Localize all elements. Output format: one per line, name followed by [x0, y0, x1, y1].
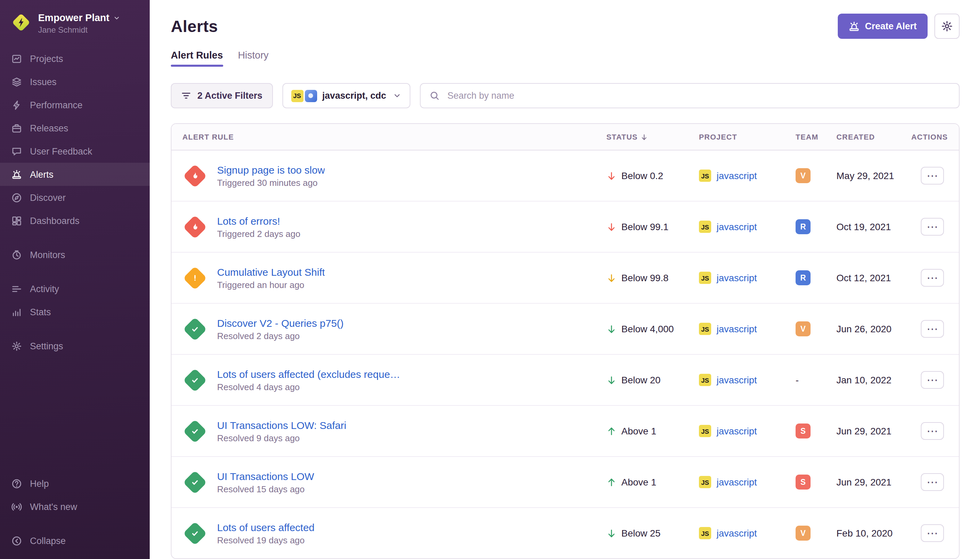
project-link[interactable]: javascript [717, 528, 757, 539]
sidebar-item-settings[interactable]: Settings [0, 334, 150, 357]
column-header-status[interactable]: Status [606, 133, 699, 141]
row-actions-button[interactable]: ⋯ [921, 269, 944, 287]
row-actions-button[interactable]: ⋯ [921, 218, 944, 236]
row-actions-button[interactable]: ⋯ [921, 524, 944, 542]
performance-icon [11, 99, 22, 110]
column-header-actions[interactable]: Actions [911, 133, 959, 141]
alert-rule-link[interactable]: Lots of users affected [217, 521, 314, 533]
project-selector[interactable]: JS javascript, cdc [282, 83, 411, 108]
javascript-platform-icon: JS [699, 476, 711, 488]
alert-rule-cell: Lots of users affected (excludes reque…R… [172, 367, 606, 392]
sidebar-item-label: Projects [30, 53, 63, 64]
project-link[interactable]: javascript [717, 425, 757, 437]
alert-rule-link[interactable]: UI Transactions LOW: Safari [217, 419, 346, 431]
project-cell: JSjavascript [699, 323, 795, 335]
settings-button[interactable] [934, 13, 960, 39]
sidebar-item-user-feedback[interactable]: User Feedback [0, 140, 150, 163]
project-link[interactable]: javascript [717, 476, 757, 488]
team-cell: V [795, 168, 836, 183]
alert-rule-link[interactable]: Lots of users affected (excludes reque… [217, 368, 400, 380]
create-alert-button[interactable]: Create Alert [838, 13, 927, 39]
status-text: Above 1 [621, 425, 657, 437]
collapse-icon [11, 535, 22, 546]
alert-rule-subtext: Resolved 9 days ago [217, 433, 346, 443]
column-header-label: Actions [911, 133, 948, 141]
team-badge[interactable]: R [795, 270, 810, 285]
alert-rule-link[interactable]: Discover V2 - Queries p75() [217, 317, 344, 329]
alert-rule-link[interactable]: Signup page is too slow [217, 164, 325, 175]
sidebar-item-monitors[interactable]: Monitors [0, 243, 150, 266]
project-link[interactable]: javascript [717, 170, 757, 181]
actions-cell: ⋯ [911, 320, 959, 338]
alert-rule-row: Lots of users affected (excludes reque…R… [172, 355, 959, 406]
project-cell: JSjavascript [699, 527, 795, 539]
header-actions: Create Alert [838, 13, 960, 39]
column-header-label: Project [699, 133, 737, 141]
alert-rule-link[interactable]: Cumulative Layout Shift [217, 266, 325, 278]
project-link[interactable]: javascript [717, 272, 757, 283]
projects-icon [11, 53, 22, 64]
search-input[interactable] [446, 90, 950, 101]
actions-cell: ⋯ [911, 524, 959, 542]
sidebar-item-dashboards[interactable]: Dashboards [0, 209, 150, 232]
team-badge[interactable]: S [795, 475, 810, 490]
column-header-team[interactable]: Team [795, 133, 836, 141]
sidebar-item-projects[interactable]: Projects [0, 47, 150, 70]
sidebar-item-alerts[interactable]: Alerts [0, 163, 150, 186]
alert-severity-warning [182, 265, 208, 290]
alert-rule-link[interactable]: Lots of errors! [217, 215, 300, 227]
project-link[interactable]: javascript [717, 374, 757, 385]
status-text: Below 99.1 [621, 221, 669, 232]
tab-alert-rules[interactable]: Alert Rules [171, 50, 223, 67]
search-box [420, 83, 960, 108]
team-badge[interactable]: V [795, 168, 810, 183]
team-badge[interactable]: R [795, 219, 810, 234]
status-text: Below 0.2 [621, 170, 663, 181]
sidebar-item-collapse[interactable]: Collapse [0, 529, 150, 552]
project-link[interactable]: javascript [717, 323, 757, 334]
alert-rule-link[interactable]: UI Transactions LOW [217, 470, 314, 482]
search-icon [430, 91, 440, 101]
alert-rule-subtext: Resolved 15 days ago [217, 484, 314, 494]
sidebar-item-issues[interactable]: Issues [0, 70, 150, 93]
team-badge[interactable]: S [795, 423, 810, 438]
sidebar-item-discover[interactable]: Discover [0, 186, 150, 209]
column-header-project[interactable]: Project [699, 133, 795, 141]
cdc-platform-icon [305, 89, 317, 102]
actions-cell: ⋯ [911, 371, 959, 389]
row-actions-button[interactable]: ⋯ [921, 167, 944, 185]
sidebar-item-what-s-new[interactable]: What's new [0, 495, 150, 518]
activity-icon [11, 283, 22, 294]
sidebar-item-activity[interactable]: Activity [0, 277, 150, 300]
sidebar-item-label: Issues [30, 77, 56, 87]
check-icon [191, 529, 200, 538]
app-window: Empower Plant Jane Schmidt ProjectsIssue… [0, 0, 980, 559]
row-actions-button[interactable]: ⋯ [921, 371, 944, 389]
project-link[interactable]: javascript [717, 221, 757, 232]
siren-icon [849, 21, 860, 31]
active-filters-button[interactable]: 2 Active Filters [171, 83, 272, 108]
created-date: Jan 10, 2022 [836, 374, 911, 385]
sidebar-item-releases[interactable]: Releases [0, 116, 150, 140]
sidebar-nav-group: ActivityStats [0, 277, 150, 323]
ellipsis-icon: ⋯ [927, 425, 938, 437]
sidebar-item-stats[interactable]: Stats [0, 300, 150, 323]
team-badge[interactable]: V [795, 526, 810, 541]
tab-label: History [238, 50, 269, 61]
org-logo-icon [11, 12, 31, 33]
column-header-created[interactable]: Created [836, 133, 911, 141]
row-actions-button[interactable]: ⋯ [921, 473, 944, 491]
status-cell: Above 1 [606, 476, 699, 488]
sidebar-item-performance[interactable]: Performance [0, 93, 150, 116]
team-cell: R [795, 219, 836, 234]
tab-history[interactable]: History [238, 50, 269, 67]
org-switcher[interactable]: Empower Plant Jane Schmidt [0, 8, 150, 38]
alert-rule-text: Lots of users affectedResolved 19 days a… [217, 521, 314, 545]
alert-rule-cell: UI Transactions LOW: SafariResolved 9 da… [172, 418, 606, 443]
team-badge[interactable]: V [795, 321, 810, 336]
sidebar-nav-group: Settings [0, 334, 150, 357]
row-actions-button[interactable]: ⋯ [921, 422, 944, 440]
sidebar-item-help[interactable]: Help [0, 472, 150, 495]
row-actions-button[interactable]: ⋯ [921, 320, 944, 338]
column-header-alert-rule[interactable]: Alert Rule [172, 133, 606, 141]
